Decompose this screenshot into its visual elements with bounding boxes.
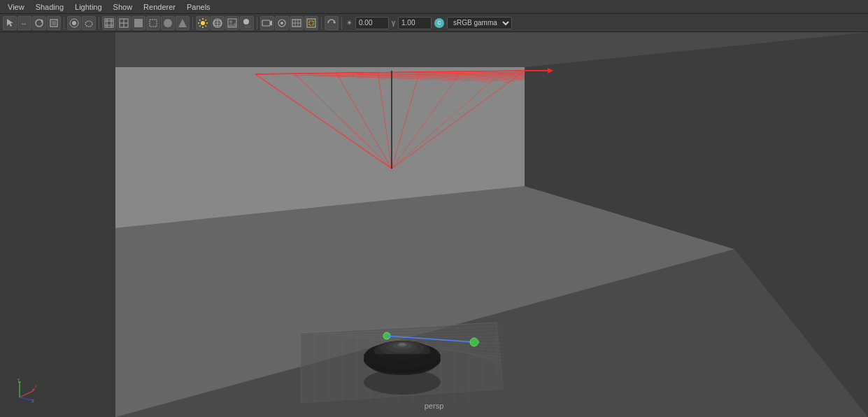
gamma-input[interactable]: [398, 17, 432, 29]
toolbar: ↔: [0, 14, 868, 32]
svg-point-39: [280, 22, 283, 24]
camera-btn[interactable]: [260, 16, 274, 30]
svg-text:X: X: [35, 384, 38, 388]
tool-group-lighting: [196, 16, 254, 30]
svg-rect-15: [134, 19, 143, 27]
exposure-input[interactable]: [355, 17, 389, 29]
move-tool-btn[interactable]: ↔: [17, 16, 31, 30]
texture-btn[interactable]: [225, 16, 239, 30]
tool-group-camera: ↔: [3, 16, 61, 30]
svg-marker-48: [0, 32, 115, 417]
snap-btn[interactable]: [67, 16, 81, 30]
sep1: [64, 17, 64, 29]
menu-renderer[interactable]: Renderer: [138, 1, 180, 13]
smooth-btn[interactable]: [161, 16, 175, 30]
menu-panels[interactable]: Panels: [182, 1, 215, 13]
tool-group-display: [102, 16, 190, 30]
sep3: [192, 17, 193, 29]
gamma-icon-label: γ: [390, 19, 397, 27]
svg-rect-16: [150, 20, 157, 27]
menu-shading[interactable]: Shading: [31, 1, 69, 13]
svg-rect-45: [309, 21, 313, 25]
light-btn[interactable]: [196, 16, 210, 30]
sep4: [257, 17, 257, 29]
svg-rect-36: [262, 20, 270, 26]
rotate-tool-btn[interactable]: [32, 16, 46, 30]
svg-line-27: [199, 25, 201, 27]
resolution-btn[interactable]: [290, 16, 304, 30]
svg-point-33: [229, 20, 232, 23]
select-tool-btn[interactable]: [3, 16, 17, 30]
grid-btn[interactable]: [102, 16, 116, 30]
svg-text:Y: Y: [17, 378, 20, 382]
menu-show[interactable]: Show: [108, 1, 138, 13]
scale-tool-btn[interactable]: [47, 16, 61, 30]
svg-rect-3: [52, 21, 56, 25]
colorspace-icon: C: [434, 18, 444, 28]
shadow-btn[interactable]: [240, 16, 254, 30]
svg-point-34: [243, 19, 249, 24]
svg-line-125: [20, 397, 31, 400]
menubar: View Shading Lighting Show Renderer Pane…: [0, 0, 868, 14]
sep2: [99, 17, 99, 29]
wireframe-btn[interactable]: [117, 16, 131, 30]
svg-line-121: [20, 390, 34, 397]
svg-marker-124: [18, 382, 22, 383]
svg-rect-11: [105, 19, 113, 27]
tool-group-select: [67, 16, 96, 30]
svg-point-35: [244, 25, 251, 28]
menu-lighting[interactable]: Lighting: [70, 1, 107, 13]
bbox-btn[interactable]: [146, 16, 160, 30]
tool-group-render: [325, 16, 339, 30]
isolate-btn[interactable]: [275, 16, 289, 30]
svg-point-4: [72, 21, 76, 25]
menu-view[interactable]: View: [3, 1, 29, 13]
flat-btn[interactable]: [176, 16, 190, 30]
svg-point-17: [164, 19, 172, 27]
colorspace-select[interactable]: sRGB gamma Linear Raw: [447, 17, 512, 29]
viewport[interactable]: persp X Y Z: [0, 32, 868, 417]
refresh-btn[interactable]: [325, 16, 339, 30]
svg-point-19: [201, 21, 205, 25]
svg-marker-122: [32, 388, 36, 390]
svg-line-25: [206, 25, 207, 27]
svg-rect-44: [307, 19, 315, 27]
svg-line-26: [206, 20, 207, 21]
env-btn[interactable]: [211, 16, 225, 30]
sep5: [321, 17, 322, 29]
axis-indicator: X Y Z: [14, 375, 42, 403]
svg-point-91: [399, 343, 406, 346]
solid-btn[interactable]: [131, 16, 145, 30]
exposure-icon-label: ☀: [345, 19, 354, 27]
svg-marker-46: [333, 21, 335, 24]
svg-point-6: [85, 21, 92, 27]
svg-line-24: [199, 20, 201, 21]
tool-group-view: [260, 16, 318, 30]
svg-text:↔: ↔: [20, 20, 27, 27]
svg-point-1: [36, 20, 43, 27]
sep6: [341, 17, 342, 29]
svg-marker-18: [178, 19, 187, 27]
scene-svg: [0, 32, 868, 417]
lasso-btn[interactable]: [82, 16, 96, 30]
region-btn[interactable]: [304, 16, 318, 30]
svg-text:Z: Z: [32, 399, 35, 403]
